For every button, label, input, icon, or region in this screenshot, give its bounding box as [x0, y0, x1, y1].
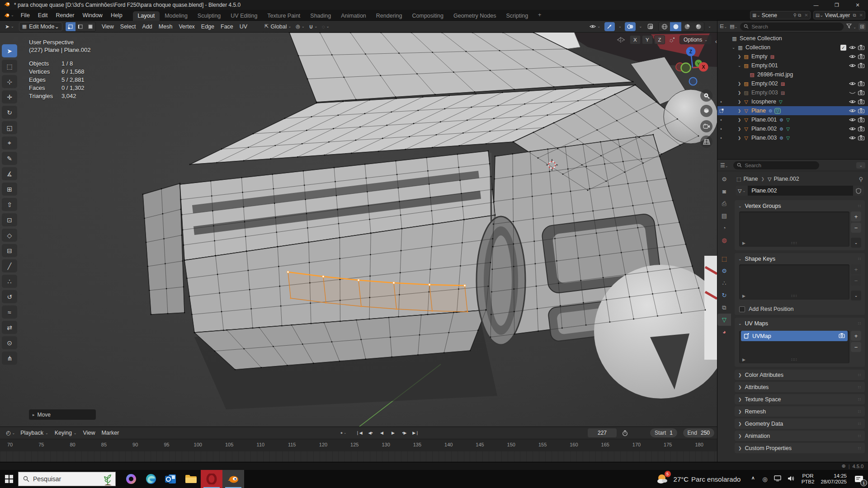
properties-editor-type-icon[interactable]: ☰⌄ [720, 162, 728, 169]
tool-move[interactable]: ✛ [2, 90, 17, 103]
rendered-shading-button[interactable] [693, 22, 704, 31]
vertex-select-mode-button[interactable] [66, 22, 75, 31]
pin-icon[interactable]: ⚲ [859, 176, 863, 183]
breadcrumb-object[interactable]: Plane [743, 176, 758, 182]
shading-dropdown[interactable]: ⌄ [704, 22, 713, 31]
timeline-menu-marker[interactable]: Marker [98, 430, 122, 436]
play-reverse-button[interactable]: ◀ [377, 428, 387, 437]
expand-icon[interactable]: ❯ [736, 81, 742, 86]
show-hidden-icons-chevron[interactable]: ＾ [750, 475, 756, 483]
menu-render[interactable]: Render [52, 10, 78, 21]
tab-shading[interactable]: Shading [305, 11, 336, 21]
properties-tab-world[interactable]: ◍ [717, 234, 731, 246]
disable-render-camera-icon[interactable] [857, 54, 865, 59]
disable-render-camera-icon[interactable] [857, 126, 865, 131]
mesh-selector-dropdown[interactable]: ▽⌄ [736, 186, 748, 196]
outliner-item-empty-001[interactable]: ⌄▨Empty.001 [717, 61, 868, 70]
hide-eye-icon[interactable] [848, 63, 857, 68]
tool-cursor[interactable]: ⊹ [2, 75, 17, 88]
uvmap-render-camera-icon[interactable] [839, 333, 845, 339]
expand-icon[interactable]: ❯ [736, 136, 742, 140]
hide-eye-icon[interactable] [848, 54, 857, 59]
solid-shading-button[interactable] [670, 22, 681, 31]
vertex-groups-list[interactable]: ▶ ∷∷ [739, 211, 849, 247]
tab-scripting[interactable]: Scripting [501, 11, 533, 21]
toggle-perspective-button[interactable] [700, 136, 712, 148]
tool-add-cube[interactable]: ⊞ [2, 183, 17, 196]
tab-modeling[interactable]: Modeling [160, 11, 193, 21]
pivot-point-dropdown[interactable]: ◎⌄ [293, 22, 307, 31]
tool-scale[interactable]: ◱ [2, 121, 17, 134]
mode-selector[interactable]: ▦ Edit Mode ⌄ [19, 22, 62, 31]
auto-keying-toggle[interactable]: ●⌄ [338, 428, 349, 437]
tool-select-box[interactable]: ⬚ [2, 60, 17, 73]
axis-z-button[interactable]: Z [654, 35, 665, 44]
transform-orientation-dropdown[interactable]: ⇱ Global ⌄ [262, 22, 293, 31]
outliner-display-mode-dropdown[interactable]: ⋿⌄ [720, 23, 727, 29]
disable-render-camera-icon[interactable] [857, 135, 865, 141]
tool-edge-slide[interactable]: ⇄ [2, 321, 17, 334]
network-icon[interactable] [774, 475, 781, 483]
xray-toggle[interactable] [645, 22, 656, 31]
viewport-menu-uv[interactable]: UV [236, 23, 250, 30]
uv-maps-list[interactable]: UVMap ▶ ∷∷ [739, 331, 849, 363]
taskbar-app-outlook[interactable] [161, 470, 181, 488]
wireframe-shading-button[interactable] [659, 22, 670, 31]
menu-window[interactable]: Window [78, 10, 106, 21]
language-indicator[interactable]: PORPTB2 [802, 473, 815, 485]
viewport-scene[interactable]: the-blu [0, 21, 717, 427]
sidebar-collapse-icon[interactable]: ‹ [715, 38, 717, 45]
timeline-menu-view[interactable]: View [80, 430, 99, 436]
exclude-checkbox[interactable]: ✓ [840, 45, 846, 51]
datablock-name-input[interactable]: Plane.002 [748, 186, 853, 196]
timeline-tracks[interactable] [0, 451, 717, 462]
properties-tab-material[interactable]: ◕ [717, 326, 731, 338]
viewport-menu-view[interactable]: View [99, 23, 117, 30]
add-shape-key-button[interactable]: + [851, 264, 861, 274]
frame-end-field[interactable]: End250 [683, 428, 714, 437]
taskbar-app-copilot[interactable] [121, 470, 141, 488]
filter-funnel-icon[interactable]: ⌄ [846, 23, 856, 29]
hide-eye-icon[interactable] [848, 81, 857, 86]
properties-tab-view-layer[interactable]: ▤ [717, 210, 731, 222]
properties-tab-render[interactable]: ◙ [717, 185, 731, 197]
duplicate-viewlayer-icon[interactable]: ⧉ [853, 13, 856, 18]
list-expand-icon[interactable]: ▶ [742, 241, 745, 245]
disable-render-camera-icon[interactable] [857, 45, 865, 50]
taskbar-app-blender[interactable] [222, 470, 244, 488]
add-rest-position-checkbox[interactable] [739, 306, 745, 312]
hide-eye-icon[interactable] [848, 108, 857, 113]
tool-extrude[interactable]: ⇧ [2, 198, 17, 211]
expand-icon[interactable]: ❯ [736, 108, 742, 113]
properties-tab-scene[interactable]: ◔ [717, 222, 731, 234]
material-preview-button[interactable] [681, 22, 693, 31]
properties-tab-modifiers[interactable]: ⚙ [717, 265, 731, 277]
hide-eye-icon[interactable] [848, 99, 857, 104]
properties-tab-particles[interactable]: ∴ [717, 277, 731, 289]
snap-toggle-button[interactable]: ∪⌄ [307, 22, 320, 31]
vertex-groups-header[interactable]: ⌄Vertex Groups∷ [735, 200, 865, 211]
face-select-mode-button[interactable] [85, 22, 95, 31]
properties-search-input[interactable]: Search [733, 161, 819, 169]
proportional-editing-dropdown[interactable]: ◌⌄ [320, 22, 331, 31]
tool-knife[interactable]: ╱ [2, 259, 17, 272]
expand-icon[interactable]: ❯ [736, 54, 742, 59]
navigation-gizmo[interactable]: Y Z X [672, 44, 713, 86]
play-button[interactable]: ▶ [388, 428, 398, 437]
tab-sculpting[interactable]: Sculpting [193, 11, 226, 21]
new-collection-button[interactable]: ⊞ [859, 23, 866, 30]
outliner-item-empty-002[interactable]: ❯▨Empty.002▨ [717, 79, 868, 88]
3d-viewport[interactable]: the-blu [0, 21, 717, 427]
snap-overlay-icon[interactable] [667, 35, 678, 44]
tool-poly-build[interactable]: ∴ [2, 275, 17, 288]
menu-help[interactable]: Help [107, 10, 127, 21]
tab-texture-paint[interactable]: Texture Paint [262, 11, 305, 21]
section-animation[interactable]: ❯Animation∷ [735, 431, 865, 441]
shape-keys-list[interactable]: ▶ ∷∷ [739, 264, 849, 300]
outliner-item-empty[interactable]: ❯▨Empty▨ [717, 52, 868, 61]
timeline-editor-type-dropdown[interactable]: ◴⌄ [4, 428, 17, 437]
gizmos-dropdown[interactable]: ⌄ [615, 22, 624, 31]
outliner-search-input[interactable]: Search [740, 23, 844, 31]
add-uvmap-button[interactable]: + [851, 331, 861, 341]
section-remesh[interactable]: ❯Remesh∷ [735, 406, 865, 417]
